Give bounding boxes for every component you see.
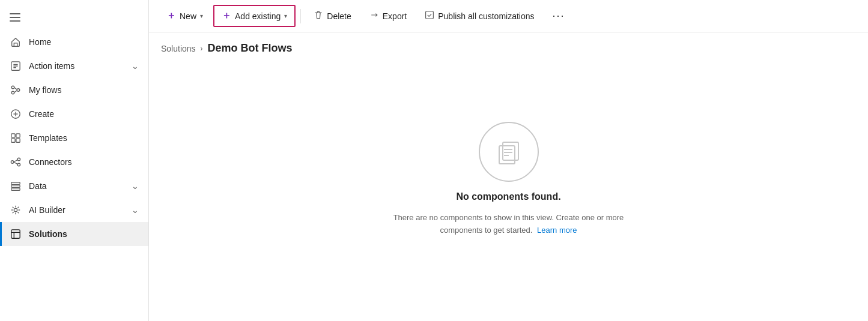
breadcrumb-parent-link[interactable]: Solutions (161, 44, 196, 53)
sidebar-item-solutions-label: Solutions (29, 229, 67, 239)
menu-icon (10, 12, 20, 23)
sidebar-item-create[interactable]: Create (0, 102, 148, 126)
empty-state-desc-text: There are no components to show in this … (393, 213, 624, 235)
svg-rect-17 (11, 182, 20, 185)
svg-rect-18 (11, 185, 20, 188)
breadcrumb-separator: › (201, 44, 203, 53)
hamburger-button[interactable] (0, 5, 148, 30)
sidebar-item-data-label: Data (29, 181, 47, 191)
sidebar-item-ai-builder-label: AI Builder (29, 205, 65, 215)
chevron-down-icon: ⌄ (132, 181, 139, 191)
breadcrumb-current: Demo Bot Flows (208, 42, 293, 55)
empty-state-icon (479, 122, 539, 182)
svg-rect-21 (11, 230, 20, 238)
svg-rect-0 (10, 13, 20, 14)
svg-point-15 (17, 158, 20, 161)
sidebar-item-action-items[interactable]: Action items ⌄ (0, 54, 148, 78)
main-content: ＋ New ▾ ＋ Add existing ▾ Delete E (149, 0, 868, 321)
svg-rect-10 (11, 134, 15, 137)
sidebar-item-solutions[interactable]: Solutions (0, 222, 148, 246)
sidebar-item-connectors[interactable]: Connectors (0, 150, 148, 174)
export-button-label: Export (383, 11, 407, 21)
sidebar-item-create-label: Create (29, 109, 54, 119)
action-items-icon (10, 60, 22, 72)
svg-point-6 (11, 91, 14, 94)
svg-rect-19 (11, 188, 20, 191)
svg-rect-12 (11, 139, 15, 142)
sidebar-item-action-items-label: Action items (29, 61, 74, 71)
chevron-down-icon: ⌄ (132, 61, 139, 71)
templates-icon (10, 132, 22, 144)
add-existing-button-label: Add existing (235, 11, 281, 21)
sidebar-item-templates-label: Templates (29, 133, 67, 143)
svg-point-16 (17, 163, 20, 166)
sidebar-item-data[interactable]: Data ⌄ (0, 174, 148, 198)
plus-icon: ＋ (222, 10, 231, 22)
toolbar: ＋ New ▾ ＋ Add existing ▾ Delete E (149, 0, 868, 32)
home-icon (10, 36, 22, 48)
publish-icon (425, 10, 434, 22)
svg-point-14 (11, 161, 14, 164)
new-button[interactable]: ＋ New ▾ (159, 5, 211, 26)
empty-state: No components found. There are no compon… (149, 62, 868, 321)
export-icon (369, 10, 379, 22)
svg-rect-24 (503, 142, 518, 160)
chevron-down-icon: ▾ (200, 13, 203, 19)
toolbar-separator (300, 9, 301, 23)
empty-state-title: No components found. (456, 191, 560, 202)
publish-button[interactable]: Publish all customizations (417, 6, 542, 26)
create-icon (10, 108, 22, 120)
data-icon (10, 180, 22, 192)
sidebar-item-my-flows-label: My flows (29, 85, 61, 95)
connectors-icon (10, 156, 22, 168)
delete-icon (314, 10, 323, 22)
delete-button[interactable]: Delete (306, 6, 359, 26)
svg-point-20 (14, 208, 17, 211)
add-existing-button[interactable]: ＋ Add existing ▾ (213, 5, 296, 27)
delete-button-label: Delete (327, 11, 351, 21)
svg-point-4 (11, 86, 14, 89)
sidebar-item-my-flows[interactable]: My flows (0, 78, 148, 102)
my-flows-icon (10, 84, 22, 96)
svg-rect-1 (10, 17, 20, 18)
ai-builder-icon (10, 204, 22, 216)
learn-more-link[interactable]: Learn more (537, 226, 577, 235)
sidebar-item-templates[interactable]: Templates (0, 126, 148, 150)
empty-state-description: There are no components to show in this … (389, 212, 629, 237)
more-button[interactable]: ··· (545, 5, 573, 26)
sidebar: Home Action items ⌄ My flows (0, 0, 149, 321)
plus-icon: ＋ (166, 10, 176, 22)
solutions-icon (10, 228, 22, 240)
export-button[interactable]: Export (362, 6, 414, 26)
chevron-down-icon: ⌄ (132, 205, 139, 215)
new-button-label: New (180, 11, 196, 21)
svg-rect-2 (10, 20, 20, 22)
svg-rect-22 (426, 11, 434, 19)
sidebar-item-connectors-label: Connectors (29, 157, 72, 167)
publish-button-label: Publish all customizations (438, 11, 534, 21)
sidebar-item-home-label: Home (29, 37, 51, 47)
sidebar-item-ai-builder[interactable]: AI Builder ⌄ (0, 198, 148, 222)
svg-rect-13 (16, 139, 20, 142)
svg-point-5 (17, 89, 20, 92)
chevron-down-icon: ▾ (284, 13, 287, 19)
svg-rect-11 (16, 134, 20, 137)
breadcrumb: Solutions › Demo Bot Flows (149, 32, 868, 62)
sidebar-item-home[interactable]: Home (0, 30, 148, 54)
more-icon: ··· (553, 10, 565, 22)
